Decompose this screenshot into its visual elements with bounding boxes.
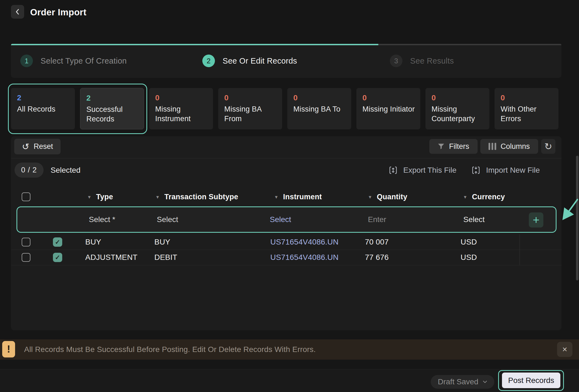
new-currency-select[interactable]: Select [463, 207, 485, 232]
caret-down-icon[interactable]: ▾ [464, 194, 467, 200]
card-all-records[interactable]: 2 All Records [11, 88, 75, 129]
table-row: ✓ BUY BUY US71654V4086.UN 70 007 USD [11, 234, 561, 250]
row-status-checkbox[interactable]: ✓ [53, 237, 62, 247]
import-new-file-button[interactable]: Import New File [471, 166, 540, 175]
selection-summary: 0 / 2 Selected [15, 163, 81, 178]
card-label: Missing Initiator [362, 104, 415, 114]
toolbar-divider [11, 158, 561, 158]
card-label: Missing Counterparty [432, 104, 484, 124]
table-row: ✓ ADJUSTMENT DEBIT US71654V4086.UN 77 67… [11, 250, 561, 265]
new-quantity-input[interactable]: Enter [368, 207, 386, 232]
column-label: Instrument [283, 193, 322, 201]
refresh-button[interactable]: ↻ [541, 139, 555, 154]
card-count: 2 [17, 93, 69, 102]
refresh-icon: ↻ [544, 142, 552, 151]
column-label: Transaction Subtype [164, 193, 238, 201]
columns-icon [489, 143, 496, 150]
new-record-row: Select * Select Select Enter Select + [16, 206, 557, 233]
column-header-instrument[interactable]: ▾ Instrument [275, 189, 322, 204]
card-missing-counterparty[interactable]: 0 Missing Counterparty [425, 88, 489, 129]
card-label: Missing BA From [224, 104, 277, 124]
column-label: Currency [472, 193, 505, 201]
step-label: See Results [410, 56, 454, 66]
card-count: 0 [155, 93, 208, 102]
post-records-label: Post Records [508, 376, 554, 385]
column-header-quantity[interactable]: ▾ Quantity [369, 189, 407, 204]
cell-type: BUY [85, 234, 101, 250]
row-checkbox[interactable] [22, 238, 30, 246]
caret-down-icon[interactable]: ▾ [156, 194, 159, 200]
card-count: 0 [432, 93, 484, 102]
check-icon: ✓ [55, 254, 60, 261]
card-label: Missing BA To [293, 104, 346, 114]
columns-label: Columns [501, 142, 530, 151]
card-missing-ba-to[interactable]: 0 Missing BA To [287, 88, 351, 129]
columns-button[interactable]: Columns [480, 139, 538, 154]
card-count: 2 [86, 94, 138, 103]
cell-currency: USD [461, 250, 477, 265]
post-records-button[interactable]: Post Records [502, 373, 560, 388]
caret-down-icon[interactable]: ▾ [275, 194, 278, 200]
warning-icon: ! [2, 341, 15, 357]
card-missing-ba-from[interactable]: 0 Missing BA From [218, 88, 282, 129]
vertical-scrollbar-thumb[interactable] [576, 156, 578, 280]
column-header-currency[interactable]: ▾ Currency [464, 189, 505, 204]
card-label: Successful Records [86, 105, 138, 124]
column-label: Type [96, 193, 113, 201]
export-this-file-button[interactable]: Export This File [388, 166, 456, 175]
cell-subtype: BUY [154, 234, 170, 250]
filters-button[interactable]: Filters [429, 139, 478, 154]
cell-type: ADJUSTMENT [85, 250, 137, 265]
card-with-other-errors[interactable]: 0 With Other Errors [495, 88, 558, 129]
draft-saved-dropdown[interactable]: Draft Saved [431, 375, 494, 389]
select-all-checkbox[interactable] [22, 192, 30, 201]
step-select-type-of-creation[interactable]: 1 Select Type Of Creation [20, 55, 127, 67]
filters-label: Filters [449, 142, 469, 151]
page-title: Order Import [30, 7, 86, 18]
card-label: All Records [17, 104, 69, 114]
column-header-type[interactable]: ▾ Type [88, 189, 113, 204]
card-count: 0 [501, 93, 553, 102]
step-see-or-edit-records[interactable]: 2 See Or Edit Records [202, 55, 297, 67]
caret-down-icon[interactable]: ▾ [88, 194, 91, 200]
banner-close-button[interactable]: × [557, 342, 572, 357]
close-icon: × [562, 345, 567, 354]
warning-banner: ! All Records Must Be Successful Before … [0, 339, 579, 360]
caret-down-icon[interactable]: ▾ [369, 194, 371, 200]
stepper-progress-fill [11, 44, 378, 45]
card-missing-initiator[interactable]: 0 Missing Initiator [356, 88, 420, 129]
step-see-results[interactable]: 3 See Results [390, 55, 454, 67]
card-count: 0 [362, 93, 415, 102]
card-count: 0 [293, 93, 346, 102]
cell-instrument-link[interactable]: US71654V4086.UN [270, 234, 339, 250]
summary-cards-row: 2 All Records 2 Successful Records 0 Mis… [11, 88, 558, 129]
cell-instrument-link[interactable]: US71654V4086.UN [270, 250, 339, 265]
plus-icon: + [533, 214, 540, 227]
column-header-transaction-subtype[interactable]: ▾ Transaction Subtype [156, 189, 238, 204]
footer-bar: Draft Saved Post Records [0, 369, 579, 392]
reset-button[interactable]: ↺ Reset [14, 139, 61, 154]
stepper: 1 Select Type Of Creation 2 See Or Edit … [11, 44, 561, 78]
card-count: 0 [224, 93, 277, 102]
reset-icon: ↺ [22, 142, 29, 151]
row-checkbox[interactable] [22, 253, 30, 262]
export-icon [388, 166, 398, 175]
warning-message: All Records Must Be Successful Before Po… [24, 339, 316, 360]
back-button[interactable] [11, 5, 24, 19]
selection-count-badge: 0 / 2 [15, 163, 44, 178]
step-number: 3 [390, 55, 402, 67]
export-label: Export This File [403, 166, 456, 175]
cell-subtype: DEBIT [154, 250, 177, 265]
new-subtype-select[interactable]: Select [157, 207, 178, 232]
row-status-checkbox[interactable]: ✓ [53, 253, 62, 262]
new-instrument-select[interactable]: Select [270, 207, 291, 232]
cell-currency: USD [461, 234, 477, 250]
card-missing-instrument[interactable]: 0 Missing Instrument [149, 88, 213, 129]
check-icon: ✓ [55, 238, 60, 246]
card-successful-records[interactable]: 2 Successful Records [80, 88, 144, 129]
order-import-page: Order Import 1 Select Type Of Creation 2… [0, 0, 579, 392]
new-type-select[interactable]: Select * [89, 207, 115, 232]
file-actions: Export This File Import New File [388, 163, 540, 178]
add-record-button[interactable]: + [529, 212, 543, 228]
cell-quantity: 70 007 [365, 234, 389, 250]
